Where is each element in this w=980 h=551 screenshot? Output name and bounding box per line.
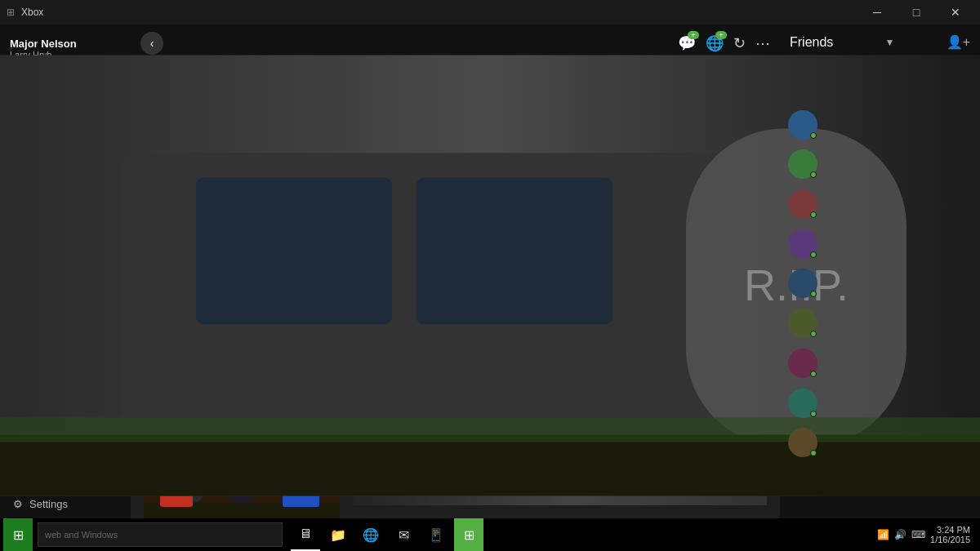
friend-avatar bbox=[788, 309, 817, 338]
feed-image: R.I.P. The Moment of Truth bbox=[353, 441, 767, 505]
content-area: LAST GAME PLAYED bbox=[131, 314, 780, 518]
friend-avatar bbox=[788, 269, 817, 298]
online-indicator bbox=[810, 331, 817, 337]
svg-rect-34 bbox=[353, 441, 767, 496]
online-indicator bbox=[810, 211, 817, 218]
svg-rect-35 bbox=[353, 441, 767, 442]
online-indicator bbox=[810, 171, 817, 178]
online-indicator bbox=[810, 371, 817, 377]
online-indicator bbox=[810, 450, 817, 456]
feed-item: Major Nelson Larry Hryb 18h ago unlocked… bbox=[353, 393, 767, 505]
online-indicator bbox=[810, 411, 817, 417]
friend-avatar bbox=[788, 189, 817, 219]
feed-image-svg: R.I.P. bbox=[353, 441, 767, 505]
friend-avatar bbox=[788, 349, 817, 378]
friend-avatar bbox=[788, 428, 817, 457]
online-indicator bbox=[810, 291, 817, 297]
main-content: ‹ 💬 + 🌐 + ↻ ⋯ bbox=[131, 24, 780, 518]
online-indicator bbox=[810, 132, 817, 139]
online-indicator bbox=[810, 251, 817, 258]
friend-avatar bbox=[788, 149, 817, 179]
activity-feed: Activity feed 💬 Major Nelson Larry Hryb … bbox=[353, 327, 767, 505]
app-container: Major Nelson Larry Hryb G 75086 ⌂ Home 🏆… bbox=[0, 24, 980, 518]
friend-avatar bbox=[788, 389, 817, 418]
friend-avatar bbox=[788, 110, 817, 140]
friend-avatar bbox=[788, 229, 817, 259]
